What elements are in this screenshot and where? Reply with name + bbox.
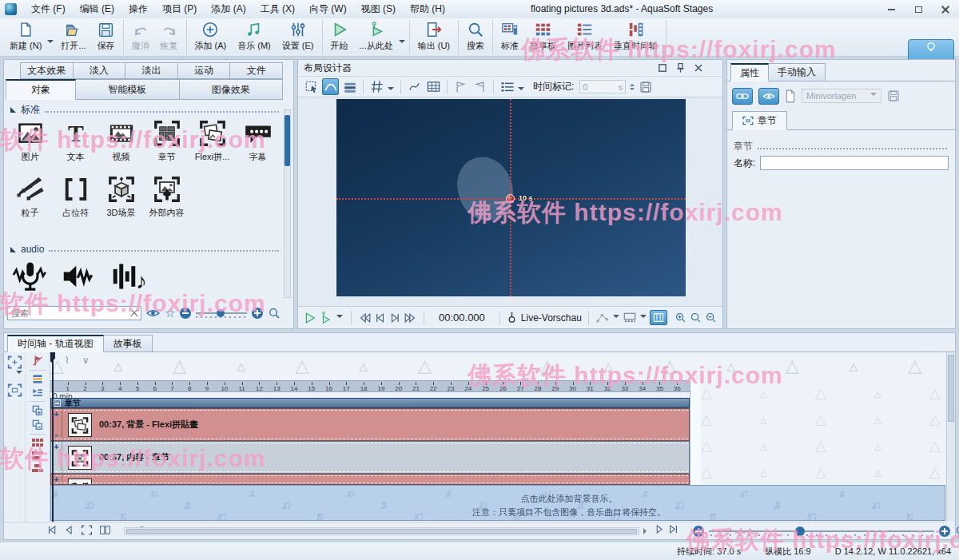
expand-plus-icon[interactable]: + bbox=[54, 411, 58, 418]
expand-plus-icon[interactable]: + bbox=[54, 476, 58, 483]
new-dropdown-caret[interactable] bbox=[47, 40, 54, 46]
collapse-icon[interactable] bbox=[54, 399, 61, 407]
menu-item-0[interactable]: 文件 (F) bbox=[24, 0, 73, 18]
toolbox-tab-2[interactable]: 淡出 bbox=[125, 62, 178, 79]
add-button[interactable]: 添加 (A) bbox=[189, 20, 233, 54]
section-standard-header[interactable]: 标准 bbox=[10, 103, 279, 117]
timeline-ruler[interactable]: 1234567891011121314151617181920212223242… bbox=[50, 380, 694, 392]
list-options-caret[interactable] bbox=[518, 87, 524, 93]
menu-item-2[interactable]: 操作 bbox=[121, 0, 155, 18]
object-item[interactable]: 粒子 bbox=[7, 172, 53, 228]
toolbox-tab-3[interactable]: 运动 bbox=[177, 62, 231, 79]
menu-item-7[interactable]: 视图 (S) bbox=[354, 0, 403, 18]
preview-eye-icon[interactable] bbox=[146, 308, 160, 319]
music-button[interactable]: 音乐 (M) bbox=[232, 20, 277, 54]
view-image-list-button[interactable]: 图片列表 bbox=[562, 20, 608, 54]
object-item[interactable]: 字幕 bbox=[235, 116, 281, 172]
next-object-icon[interactable] bbox=[655, 524, 665, 534]
visibility-toggle-button[interactable] bbox=[758, 88, 779, 105]
new-button[interactable]: 新建 (N) bbox=[4, 20, 47, 54]
object-item[interactable]: 外部内容 bbox=[144, 172, 189, 228]
fade-layers-icon[interactable] bbox=[31, 374, 44, 384]
flag-in-button[interactable] bbox=[452, 78, 469, 95]
section-audio-header[interactable]: audio bbox=[10, 244, 279, 255]
thumbnail-strip-button[interactable] bbox=[623, 312, 637, 324]
time-mark-input[interactable] bbox=[583, 82, 610, 92]
object-item[interactable]: 图片 bbox=[7, 116, 53, 172]
curve-tool-button[interactable] bbox=[322, 78, 339, 95]
book-pages-icon[interactable] bbox=[99, 525, 111, 535]
timeline-tab-1[interactable]: 故事板 bbox=[103, 335, 153, 352]
close-panel-icon[interactable] bbox=[694, 64, 702, 72]
object-item[interactable]: 占位符 bbox=[53, 172, 98, 228]
object-item[interactable]: 3D场景 bbox=[98, 172, 144, 228]
object-item[interactable]: 视频 bbox=[98, 116, 144, 172]
view-vertical-timeline-button[interactable]: 垂直时间轴 bbox=[608, 20, 663, 54]
selection-frame-caret[interactable] bbox=[16, 371, 22, 377]
duplicate-add-icon[interactable] bbox=[31, 405, 44, 416]
float-window-icon[interactable] bbox=[659, 64, 667, 72]
menu-item-4[interactable]: 添加 (A) bbox=[204, 0, 253, 18]
timeline-track[interactable]: + bbox=[50, 474, 690, 485]
timeline-zoom-in-button[interactable] bbox=[939, 526, 950, 537]
marker-pin-icon[interactable] bbox=[31, 355, 44, 367]
zoom-magnifier-icon[interactable] bbox=[268, 307, 281, 320]
selection-frame2-icon[interactable] bbox=[7, 383, 22, 397]
filmstrip-view-button[interactable] bbox=[650, 310, 667, 325]
start-playback-button[interactable]: 开始 bbox=[325, 20, 354, 54]
toolbox-tab-primary-2[interactable]: 图像效果 bbox=[179, 79, 284, 100]
template-page-icon[interactable] bbox=[785, 89, 796, 103]
menu-item-6[interactable]: 向导 (W) bbox=[302, 0, 354, 18]
save-button[interactable]: 保存 bbox=[92, 20, 121, 54]
crosshair-marker[interactable] bbox=[506, 194, 515, 203]
favorites-star-icon[interactable]: ☆ bbox=[165, 308, 175, 319]
grid-blocks-icon[interactable] bbox=[31, 438, 44, 447]
expand-plus-icon[interactable]: + bbox=[54, 443, 58, 451]
timeline-track[interactable]: +00:37, 内容 - 章节 bbox=[50, 441, 690, 474]
layers-tool-button[interactable] bbox=[341, 78, 358, 95]
zoom-in-magnifier-icon[interactable] bbox=[674, 312, 686, 324]
previous-frame-button[interactable] bbox=[375, 312, 386, 324]
toolbox-tab-primary-0[interactable]: 对象 bbox=[6, 79, 76, 100]
properties-tab-1[interactable]: 手动输入 bbox=[768, 63, 826, 81]
timeline-vertical-scrollbar[interactable] bbox=[946, 352, 955, 522]
menu-item-3[interactable]: 项目 (P) bbox=[155, 0, 204, 18]
search-input[interactable] bbox=[8, 308, 129, 318]
thumbnail-strip-caret[interactable] bbox=[640, 315, 647, 321]
menu-item-8[interactable]: 帮助 (H) bbox=[403, 0, 452, 18]
audio-object-item[interactable] bbox=[58, 256, 100, 296]
motion-path-caret[interactable] bbox=[613, 315, 619, 321]
zoom-in-plus-button[interactable] bbox=[252, 308, 263, 319]
list-view-button[interactable] bbox=[499, 78, 515, 95]
toolbox-scrollbar[interactable] bbox=[284, 109, 291, 298]
timeline-track[interactable]: +»00:37, 背景 - Flexi拼貼畫 bbox=[50, 408, 690, 441]
name-input[interactable] bbox=[760, 156, 949, 170]
menu-item-1[interactable]: 编辑 (E) bbox=[73, 0, 121, 18]
maximize-button[interactable] bbox=[905, 0, 932, 18]
properties-tab-0[interactable]: 属性 bbox=[730, 63, 769, 81]
toolbox-tab-0[interactable]: 文本效果 bbox=[20, 62, 74, 79]
table-tool-button[interactable] bbox=[425, 78, 442, 95]
skip-to-start-button[interactable] bbox=[358, 312, 372, 324]
zoom-out-magnifier-icon[interactable] bbox=[705, 312, 717, 324]
time-mark-spinner[interactable] bbox=[630, 81, 635, 93]
play-from-here-button[interactable]: ...从此处 bbox=[354, 20, 399, 54]
horizontal-scrollbar[interactable] bbox=[124, 527, 639, 535]
minivorlagen-dropdown[interactable]: Minivorlagen bbox=[802, 89, 881, 103]
toolbox-tab-1[interactable]: 淡入 bbox=[73, 62, 126, 79]
settings-button[interactable]: 设置 (E) bbox=[277, 20, 320, 54]
save-template-icon[interactable] bbox=[887, 89, 900, 102]
timeline-zoom-magnifier-icon[interactable] bbox=[955, 525, 959, 537]
toolbox-tab-primary-1[interactable]: 智能模板 bbox=[75, 79, 180, 100]
background-music-track[interactable]: ♫♪♫♪♫♪♫♪♫♪♫♪♫♪♫♪♫♪♫♪♫♪♫♪♫♪♫♪♫♪♫♪♫♪♫♪♫♪♫♪… bbox=[50, 485, 945, 521]
slide-preview[interactable]: 10 s bbox=[336, 99, 686, 296]
zoom-out-minus-button[interactable] bbox=[180, 308, 191, 319]
object-item[interactable]: 章节 bbox=[144, 116, 189, 172]
zoom-fit-magnifier-icon[interactable] bbox=[690, 312, 702, 324]
link-toggle-button[interactable] bbox=[732, 88, 753, 105]
undo-button[interactable]: 撤消 bbox=[126, 20, 155, 54]
flag-out-button[interactable] bbox=[472, 78, 488, 95]
path-tool-button[interactable] bbox=[406, 78, 423, 95]
motion-path-button[interactable] bbox=[595, 312, 610, 324]
designer-canvas-area[interactable]: 10 s bbox=[298, 97, 722, 306]
